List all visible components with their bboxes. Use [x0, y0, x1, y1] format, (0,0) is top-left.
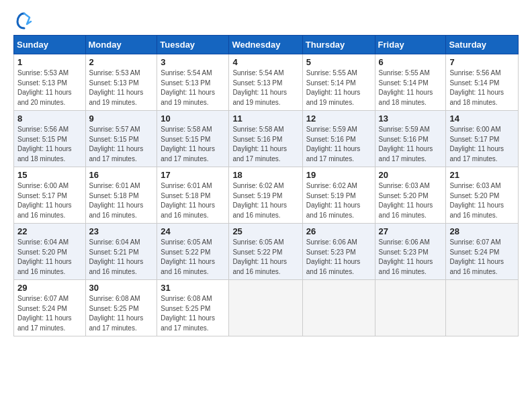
- day-number: 5: [306, 57, 371, 67]
- day-number: 20: [379, 170, 443, 180]
- calendar-cell: 11Sunrise: 5:58 AMSunset: 5:16 PMDayligh…: [229, 111, 302, 167]
- day-info: Sunrise: 6:00 AMSunset: 5:17 PMDaylight:…: [17, 181, 82, 220]
- day-number: 24: [161, 226, 225, 236]
- day-info: Sunrise: 6:00 AMSunset: 5:17 PMDaylight:…: [449, 125, 515, 164]
- day-number: 6: [379, 57, 443, 67]
- calendar-cell: 16Sunrise: 6:01 AMSunset: 5:18 PMDayligh…: [85, 167, 157, 224]
- calendar-header-monday: Monday: [85, 36, 157, 54]
- calendar-cell: 4Sunrise: 5:54 AMSunset: 5:13 PMDaylight…: [229, 54, 302, 111]
- calendar-cell: 22Sunrise: 6:04 AMSunset: 5:20 PMDayligh…: [14, 224, 86, 280]
- day-info: Sunrise: 6:01 AMSunset: 5:18 PMDaylight:…: [89, 181, 154, 220]
- calendar-header-wednesday: Wednesday: [229, 36, 302, 54]
- day-info: Sunrise: 6:07 AMSunset: 5:24 PMDaylight:…: [449, 238, 515, 277]
- logo: [13, 11, 34, 28]
- day-info: Sunrise: 6:01 AMSunset: 5:18 PMDaylight:…: [161, 181, 225, 220]
- day-number: 27: [379, 226, 443, 236]
- day-number: 31: [161, 283, 225, 293]
- calendar-cell: 17Sunrise: 6:01 AMSunset: 5:18 PMDayligh…: [157, 167, 229, 224]
- calendar-table: SundayMondayTuesdayWednesdayThursdayFrid…: [13, 35, 519, 336]
- day-number: 29: [17, 283, 82, 293]
- day-info: Sunrise: 6:04 AMSunset: 5:21 PMDaylight:…: [89, 238, 154, 277]
- day-info: Sunrise: 5:59 AMSunset: 5:16 PMDaylight:…: [379, 125, 443, 164]
- day-number: 17: [161, 170, 225, 180]
- day-number: 19: [306, 170, 371, 180]
- day-info: Sunrise: 6:02 AMSunset: 5:19 PMDaylight:…: [306, 181, 371, 220]
- calendar-cell: 21Sunrise: 6:03 AMSunset: 5:20 PMDayligh…: [446, 167, 519, 224]
- page: SundayMondayTuesdayWednesdayThursdayFrid…: [0, 0, 532, 411]
- calendar-cell: 28Sunrise: 6:07 AMSunset: 5:24 PMDayligh…: [446, 224, 519, 280]
- calendar-header-saturday: Saturday: [446, 36, 519, 54]
- day-number: 21: [449, 170, 515, 180]
- day-info: Sunrise: 5:55 AMSunset: 5:14 PMDaylight:…: [306, 68, 371, 107]
- day-number: 15: [17, 170, 82, 180]
- day-info: Sunrise: 6:08 AMSunset: 5:25 PMDaylight:…: [89, 294, 154, 333]
- calendar-cell: 10Sunrise: 5:58 AMSunset: 5:15 PMDayligh…: [157, 111, 229, 167]
- calendar-cell: 31Sunrise: 6:08 AMSunset: 5:25 PMDayligh…: [157, 280, 229, 336]
- day-info: Sunrise: 5:57 AMSunset: 5:15 PMDaylight:…: [89, 125, 154, 164]
- day-number: 18: [232, 170, 298, 180]
- day-number: 7: [449, 57, 515, 67]
- calendar-week-3: 15Sunrise: 6:00 AMSunset: 5:17 PMDayligh…: [14, 167, 519, 224]
- calendar-cell: [302, 280, 375, 336]
- calendar-cell: 23Sunrise: 6:04 AMSunset: 5:21 PMDayligh…: [85, 224, 157, 280]
- day-number: 25: [232, 226, 298, 236]
- day-info: Sunrise: 6:06 AMSunset: 5:23 PMDaylight:…: [379, 238, 443, 277]
- day-number: 30: [89, 283, 154, 293]
- calendar-cell: 13Sunrise: 5:59 AMSunset: 5:16 PMDayligh…: [375, 111, 446, 167]
- calendar-cell: 3Sunrise: 5:54 AMSunset: 5:13 PMDaylight…: [157, 54, 229, 111]
- calendar-cell: 18Sunrise: 6:02 AMSunset: 5:19 PMDayligh…: [229, 167, 302, 224]
- calendar-header-friday: Friday: [375, 36, 446, 54]
- day-info: Sunrise: 5:56 AMSunset: 5:14 PMDaylight:…: [449, 68, 515, 107]
- calendar-cell: 1Sunrise: 5:53 AMSunset: 5:13 PMDaylight…: [14, 54, 86, 111]
- calendar-week-2: 8Sunrise: 5:56 AMSunset: 5:15 PMDaylight…: [14, 111, 519, 167]
- day-info: Sunrise: 6:02 AMSunset: 5:19 PMDaylight:…: [232, 181, 298, 220]
- calendar-cell: 14Sunrise: 6:00 AMSunset: 5:17 PMDayligh…: [446, 111, 519, 167]
- day-number: 26: [306, 226, 371, 236]
- day-info: Sunrise: 6:07 AMSunset: 5:24 PMDaylight:…: [17, 294, 82, 333]
- day-number: 14: [449, 113, 515, 124]
- day-info: Sunrise: 5:58 AMSunset: 5:15 PMDaylight:…: [161, 125, 225, 164]
- day-number: 2: [89, 57, 154, 67]
- day-info: Sunrise: 5:53 AMSunset: 5:13 PMDaylight:…: [89, 68, 154, 107]
- day-number: 10: [161, 113, 225, 124]
- calendar-header-thursday: Thursday: [302, 36, 375, 54]
- calendar-cell: 8Sunrise: 5:56 AMSunset: 5:15 PMDaylight…: [14, 111, 86, 167]
- calendar-cell: 27Sunrise: 6:06 AMSunset: 5:23 PMDayligh…: [375, 224, 446, 280]
- calendar-header-sunday: Sunday: [14, 36, 86, 54]
- day-number: 22: [17, 226, 82, 236]
- calendar-cell: 6Sunrise: 5:55 AMSunset: 5:14 PMDaylight…: [375, 54, 446, 111]
- calendar-cell: 30Sunrise: 6:08 AMSunset: 5:25 PMDayligh…: [85, 280, 157, 336]
- calendar-header-row: SundayMondayTuesdayWednesdayThursdayFrid…: [14, 36, 519, 54]
- day-number: 3: [161, 57, 225, 67]
- day-info: Sunrise: 6:03 AMSunset: 5:20 PMDaylight:…: [379, 181, 443, 220]
- calendar-week-4: 22Sunrise: 6:04 AMSunset: 5:20 PMDayligh…: [14, 224, 519, 280]
- logo-icon: [15, 11, 34, 30]
- calendar-cell: 29Sunrise: 6:07 AMSunset: 5:24 PMDayligh…: [14, 280, 86, 336]
- day-number: 16: [89, 170, 154, 180]
- day-info: Sunrise: 5:55 AMSunset: 5:14 PMDaylight:…: [379, 68, 443, 107]
- day-number: 8: [17, 113, 82, 124]
- day-number: 12: [306, 113, 371, 124]
- day-info: Sunrise: 6:04 AMSunset: 5:20 PMDaylight:…: [17, 238, 82, 277]
- calendar-cell: 9Sunrise: 5:57 AMSunset: 5:15 PMDaylight…: [85, 111, 157, 167]
- day-info: Sunrise: 6:05 AMSunset: 5:22 PMDaylight:…: [161, 238, 225, 277]
- calendar-cell: [446, 280, 519, 336]
- calendar-cell: [229, 280, 302, 336]
- day-number: 1: [17, 57, 82, 67]
- day-info: Sunrise: 5:58 AMSunset: 5:16 PMDaylight:…: [232, 125, 298, 164]
- calendar-cell: 5Sunrise: 5:55 AMSunset: 5:14 PMDaylight…: [302, 54, 375, 111]
- calendar-week-1: 1Sunrise: 5:53 AMSunset: 5:13 PMDaylight…: [14, 54, 519, 111]
- calendar-cell: 24Sunrise: 6:05 AMSunset: 5:22 PMDayligh…: [157, 224, 229, 280]
- calendar-cell: 15Sunrise: 6:00 AMSunset: 5:17 PMDayligh…: [14, 167, 86, 224]
- day-number: 13: [379, 113, 443, 124]
- day-info: Sunrise: 5:54 AMSunset: 5:13 PMDaylight:…: [232, 68, 298, 107]
- calendar-cell: 26Sunrise: 6:06 AMSunset: 5:23 PMDayligh…: [302, 224, 375, 280]
- day-number: 23: [89, 226, 154, 236]
- day-number: 11: [232, 113, 298, 124]
- day-info: Sunrise: 5:56 AMSunset: 5:15 PMDaylight:…: [17, 125, 82, 164]
- day-info: Sunrise: 6:08 AMSunset: 5:25 PMDaylight:…: [161, 294, 225, 333]
- day-info: Sunrise: 6:06 AMSunset: 5:23 PMDaylight:…: [306, 238, 371, 277]
- calendar-cell: 25Sunrise: 6:05 AMSunset: 5:22 PMDayligh…: [229, 224, 302, 280]
- day-info: Sunrise: 5:53 AMSunset: 5:13 PMDaylight:…: [17, 68, 82, 107]
- calendar-cell: 20Sunrise: 6:03 AMSunset: 5:20 PMDayligh…: [375, 167, 446, 224]
